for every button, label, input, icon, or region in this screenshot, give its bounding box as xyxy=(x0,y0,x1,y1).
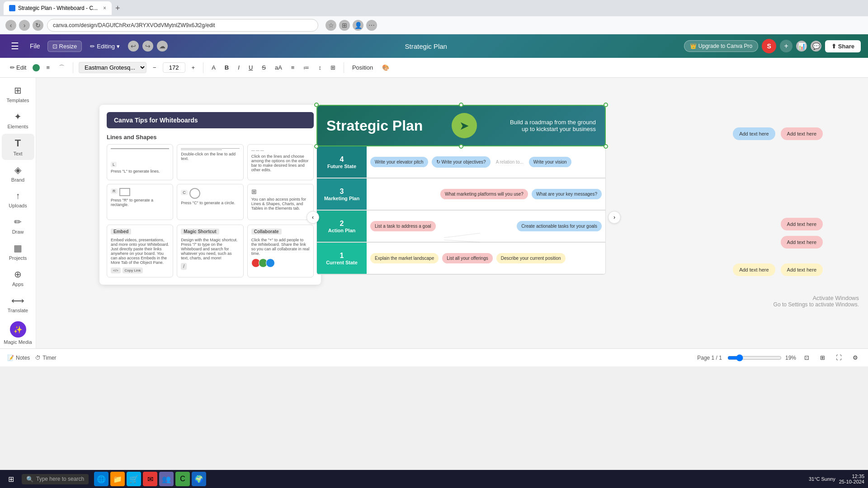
settings-button[interactable]: ⚙ xyxy=(850,352,861,363)
zoom-slider[interactable] xyxy=(727,354,782,361)
increase-font-button[interactable]: + xyxy=(189,62,198,73)
text-color-button[interactable]: A xyxy=(209,62,218,73)
svg-line-1 xyxy=(444,240,480,242)
user-avatar-button[interactable]: S xyxy=(762,39,776,53)
top-toolbar: ☰ File ⊡ Resize ✏ Editing ▾ ↩ ↪ ☁ Strate… xyxy=(0,34,868,58)
bottom-note-1[interactable]: Add text here xyxy=(733,263,775,276)
note-offerings[interactable]: List all your offerings xyxy=(442,253,493,263)
list-button[interactable]: ≔ xyxy=(301,62,312,73)
font-family-select[interactable]: Eastman Grotesq... xyxy=(79,62,146,73)
resize-button[interactable]: ⊡ Resize xyxy=(47,41,82,52)
side-note-add-2[interactable]: Add text here xyxy=(781,127,823,140)
close-tab-icon[interactable]: × xyxy=(103,5,106,11)
taskbar-store[interactable]: 🛒 xyxy=(127,472,141,486)
color-swatch[interactable] xyxy=(33,64,40,71)
font-size-input[interactable] xyxy=(163,62,185,73)
editing-mode-button[interactable]: ✏ Editing ▾ xyxy=(85,41,124,52)
taskbar-mail[interactable]: ✉ xyxy=(143,472,157,486)
bookmark-button[interactable]: ☆ xyxy=(326,20,336,31)
comments-button[interactable]: 💬 xyxy=(811,41,821,52)
taskbar-canva[interactable]: C xyxy=(175,472,190,486)
note-address-goal[interactable]: List a task to address a goal xyxy=(370,221,436,231)
decrease-font-button[interactable]: − xyxy=(150,62,159,73)
nav-arrow-left[interactable]: ‹ xyxy=(307,211,319,224)
resize-handle-bl[interactable] xyxy=(314,144,319,149)
strikethrough-button[interactable]: S xyxy=(259,62,269,73)
resize-handle-tr[interactable] xyxy=(604,103,608,107)
note-marketing-platforms[interactable]: What marketing platforms will you use? xyxy=(440,189,528,199)
taskbar-edge[interactable]: 🌐 xyxy=(94,472,108,486)
cloud-save-button[interactable]: ☁ xyxy=(157,41,168,52)
resize-handle-br[interactable] xyxy=(604,144,608,149)
back-button[interactable]: ‹ xyxy=(5,20,16,31)
side-note-add-1[interactable]: Add text here xyxy=(733,127,775,140)
extensions-button[interactable]: ⊞ xyxy=(339,20,350,31)
copy-link-btn[interactable]: Copy Link xyxy=(123,267,143,273)
taskbar-teams[interactable]: 👥 xyxy=(159,472,174,486)
edit-format-button[interactable]: ✏ Edit xyxy=(7,62,29,73)
canvas-area[interactable]: ↻ 🔒 ⎘ 🗑 ⋯ ↑ Canva Tips for Whiteboards L… xyxy=(36,78,868,348)
line-spacing-button[interactable]: ↕ xyxy=(316,62,324,73)
share-button[interactable]: ⬆ Share xyxy=(825,40,861,52)
sidebar-item-apps[interactable]: ⊕ Apps xyxy=(2,265,34,291)
timer-button[interactable]: ⏱ Timer xyxy=(35,355,56,361)
redo-button[interactable]: ↪ xyxy=(142,41,153,52)
note-elevator-pitch[interactable]: Write your elevator pitch xyxy=(370,157,428,167)
sidebar-item-uploads[interactable]: ↑ Uploads xyxy=(2,187,34,212)
bottom-note-2[interactable]: Add text here xyxy=(781,263,823,276)
sidebar-item-elements[interactable]: ✦ Elements xyxy=(2,108,34,133)
side-note-mid-1[interactable]: Add text here xyxy=(781,218,823,230)
resize-handle-bottom[interactable] xyxy=(459,144,463,149)
note-market-landscape[interactable]: Explain the market landscape xyxy=(370,253,439,263)
undo-button[interactable]: ↩ xyxy=(128,41,139,52)
profile-button[interactable]: 👤 xyxy=(353,20,363,31)
sidebar-item-templates[interactable]: ⊞ Templates xyxy=(2,81,34,107)
note-objectives[interactable]: ↻ Write your objectives? xyxy=(432,156,491,168)
sidebar-item-translate[interactable]: ⟷ Translate xyxy=(2,291,34,317)
windows-start-button[interactable]: ⊞ xyxy=(4,472,18,486)
forward-button[interactable]: › xyxy=(19,20,30,31)
address-bar[interactable]: canva.com/design/DAGUfChRxrA/3RYXVOdVMyt… xyxy=(47,19,318,32)
effects-button[interactable]: ⊞ xyxy=(328,62,338,73)
italic-button[interactable]: I xyxy=(235,62,242,73)
position-button[interactable]: Position xyxy=(349,62,376,73)
nav-arrow-right[interactable]: › xyxy=(608,211,621,224)
more-styles-button[interactable]: 🎨 xyxy=(379,62,392,73)
note-current-position[interactable]: Describe your current position xyxy=(496,253,566,263)
case-button[interactable]: aA xyxy=(272,62,285,73)
bold-button[interactable]: B xyxy=(222,62,231,73)
fullscreen-button[interactable]: ⛶ xyxy=(833,352,844,363)
fit-page-button[interactable]: ⊡ xyxy=(802,352,812,363)
hamburger-menu-button[interactable]: ☰ xyxy=(7,39,23,53)
sidebar-item-draw[interactable]: ✏ Draw xyxy=(2,213,34,238)
sidebar-item-magic-media[interactable]: ✨ Magic Media xyxy=(2,318,34,348)
side-note-mid-2[interactable]: Add text here xyxy=(781,236,823,249)
taskbar-chrome[interactable]: 🌍 xyxy=(192,472,206,486)
sidebar-item-brand[interactable]: ◈ Brand xyxy=(2,161,34,186)
browser-controls: ‹ › ↻ xyxy=(5,20,43,31)
notes-button[interactable]: 📝 Notes xyxy=(7,355,30,361)
strategic-header[interactable]: Strategic Plan ➤ Build a roadmap from th… xyxy=(316,105,606,146)
sidebar-item-text[interactable]: T Text xyxy=(2,134,34,160)
align-left-button[interactable]: ≡ xyxy=(43,62,52,73)
analytics-button[interactable]: 📊 xyxy=(796,41,807,52)
note-key-messages[interactable]: What are your key messages? xyxy=(532,189,602,199)
taskbar-folder[interactable]: 📁 xyxy=(110,472,125,486)
add-collaborator-button[interactable]: + xyxy=(780,40,793,52)
curve-style-button[interactable]: ⌒ xyxy=(56,62,67,74)
more-button[interactable]: ⋯ xyxy=(366,20,377,31)
grid-view-button[interactable]: ⊞ xyxy=(817,352,828,363)
sidebar-item-projects[interactable]: ▦ Projects xyxy=(2,239,34,264)
note-actionable-tasks[interactable]: Create actionable tasks for your goals xyxy=(517,221,602,231)
underline-button[interactable]: U xyxy=(246,62,255,73)
alignment-button[interactable]: ≡ xyxy=(288,62,297,73)
note-vision[interactable]: Write your vision xyxy=(529,157,571,167)
refresh-button[interactable]: ↻ xyxy=(33,20,43,31)
resize-handle-tl[interactable] xyxy=(314,103,319,107)
resize-handle-top[interactable] xyxy=(459,103,463,107)
active-tab[interactable]: Strategic Plan - Whiteboard - C... × xyxy=(4,1,112,15)
file-menu-button[interactable]: File xyxy=(26,41,44,52)
new-tab-button[interactable]: + xyxy=(115,4,120,13)
upgrade-button[interactable]: 👑 Upgrade to Canva Pro xyxy=(684,40,758,52)
search-bar[interactable]: 🔍 Type here to search xyxy=(22,474,89,484)
